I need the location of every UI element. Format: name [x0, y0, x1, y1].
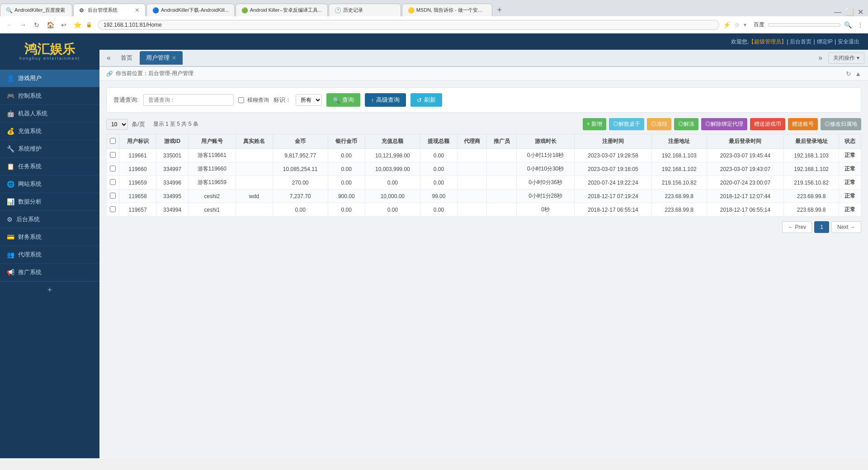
th-account: 用户账号 [189, 134, 236, 149]
add-button[interactable]: + 新增 [583, 118, 606, 130]
reload-button[interactable]: ↻ [32, 20, 42, 30]
sidebar-item-recharge[interactable]: 💰 充值系统 [0, 123, 99, 140]
more-tools-icon[interactable]: ⋮ [857, 21, 863, 28]
backend-home-link[interactable]: 后台首页 [790, 38, 811, 46]
back-button-2[interactable]: ↩ [59, 20, 69, 30]
row-checkbox[interactable] [110, 166, 116, 171]
row-checkbox-cell[interactable] [107, 176, 119, 190]
next-page-button[interactable]: Next → [831, 221, 861, 233]
close-operations-button[interactable]: 关闭操作 ▾ [828, 52, 864, 64]
row-last-login-address: 223.68.99.8 [784, 203, 839, 217]
row-checkbox[interactable] [110, 193, 116, 199]
freeze-button[interactable]: ◎冻结 [647, 118, 671, 130]
per-page-select[interactable]: 10 20 50 [106, 119, 128, 130]
tab-close-icon[interactable]: ✕ [172, 55, 176, 61]
sidebar-item-maintenance[interactable]: 🔧 系统维护 [0, 140, 99, 158]
row-coins: 7,237.70 [273, 190, 328, 203]
tab-user-management[interactable]: 用户管理 ✕ [140, 51, 183, 65]
sidebar-item-website[interactable]: 🌐 网站系统 [0, 176, 99, 193]
tab-bar: 🔍 AndroidKiller_百度搜索 ⚙ 后台管理系统 ✕ 🔵 Androi… [0, 0, 868, 16]
row-checkbox-cell[interactable] [107, 203, 119, 217]
table-body: 119661 335001 游客119661 9,817,952.77 0.00… [107, 149, 861, 217]
refresh-button[interactable]: ↺ 刷新 [410, 93, 442, 107]
close-button[interactable]: ✕ [858, 8, 863, 16]
nav-prev-arrow[interactable]: « [103, 52, 114, 64]
logout-link[interactable]: 安全退出 [838, 38, 859, 46]
minimize-button[interactable]: — [834, 8, 841, 16]
tag-select[interactable]: 所有 [296, 94, 322, 106]
tab-5[interactable]: 🕐 历史记录 [329, 4, 401, 16]
row-checkbox[interactable] [110, 152, 116, 158]
advanced-search-button[interactable]: ↑ 高级查询 [365, 93, 406, 107]
sidebar-item-label-website: 网站系统 [18, 180, 42, 188]
forward-button[interactable]: → [18, 20, 28, 30]
sidebar-item-backend[interactable]: ⚙ 后台系统 [0, 211, 99, 228]
logo-area: 鸿汇娱乐 honghuy entertainment [0, 33, 99, 70]
row-checkbox[interactable] [110, 206, 116, 212]
sidebar-item-robot[interactable]: 🤖 机器人系统 [0, 105, 99, 123]
sidebar-item-label-recharge: 充值系统 [18, 127, 42, 135]
row-user-id: 119660 [119, 162, 156, 176]
row-checkbox-cell[interactable] [107, 162, 119, 176]
star-button[interactable]: ⭐ [72, 20, 82, 30]
user-management-tab-label: 用户管理 [146, 54, 170, 62]
tab-3[interactable]: 🔵 AndroidKiller下载-AndroidKill... [146, 4, 235, 16]
tab-1[interactable]: 🔍 AndroidKiller_百度搜索 [0, 4, 72, 16]
search-icon[interactable]: 🔍 [844, 21, 852, 28]
task-icon: 📋 [7, 163, 14, 170]
back-button[interactable]: ← [5, 20, 14, 30]
row-bank-coins: 0.00 [328, 149, 365, 162]
breadcrumb-bar: 🔗 你当前位置：后台管理-用户管理 ↻ ▲ [99, 67, 868, 81]
gift-coins-button[interactable]: 赠送游戏币 [750, 118, 785, 130]
tab-4[interactable]: 🟢 Android Killer--安卓反编译工具... [236, 4, 328, 16]
sidebar-item-task[interactable]: 📋 任务系统 [0, 158, 99, 176]
sidebar-item-finance[interactable]: 💳 财务系统 [0, 228, 99, 246]
prev-page-button[interactable]: ← Prev [782, 221, 812, 233]
bind-ip-link[interactable]: 绑定IP [817, 38, 833, 46]
dissolve-table-button[interactable]: ◎解散桌子 [609, 118, 644, 130]
unfreeze-label: ◎解冻 [678, 120, 694, 128]
sidebar-item-agent[interactable]: 👥 代理系统 [0, 246, 99, 264]
sidebar-add-button[interactable]: + [0, 281, 99, 299]
normal-query-input[interactable] [143, 94, 234, 106]
search-panel: 普通查询: 模糊查询 标识： 所有 🔍 查询 ↑ [106, 87, 861, 113]
tab-2-close[interactable]: ✕ [135, 7, 140, 14]
modify-label: ◎修改归属地 [825, 120, 857, 128]
row-game-id: 335001 [156, 149, 189, 162]
sidebar: 鸿汇娱乐 honghuy entertainment 👤 游戏用户 🎮 控制系统… [0, 33, 99, 458]
row-checkbox-cell[interactable] [107, 190, 119, 203]
sidebar-item-data-analysis[interactable]: 📊 数据分析 [0, 193, 99, 211]
address-input[interactable] [98, 20, 719, 30]
fuzzy-search-checkbox[interactable] [238, 97, 244, 103]
row-checkbox[interactable] [110, 179, 116, 185]
maximize-button[interactable]: ⬜ [845, 8, 854, 16]
nav-next-arrow[interactable]: » [815, 52, 826, 64]
tab-2[interactable]: ⚙ 后台管理系统 ✕ [73, 4, 146, 16]
table-header-row: 用户标识 游戏ID 用户账号 真实姓名 金币 银行金币 充值总额 提现总额 代理… [107, 134, 861, 149]
page-1-button[interactable]: 1 [814, 221, 829, 233]
home-button[interactable]: 🏠 [45, 20, 55, 30]
sidebar-item-promotion[interactable]: 📢 推广系统 [0, 264, 99, 281]
search-input-field[interactable] [768, 23, 840, 27]
sidebar-item-game-users[interactable]: 👤 游戏用户 [0, 70, 99, 87]
tab-home[interactable]: 首页 [114, 51, 139, 65]
row-game-id: 334997 [156, 162, 189, 176]
search-button[interactable]: 🔍 查询 [326, 93, 360, 107]
unfreeze-button[interactable]: ◎解冻 [674, 118, 698, 130]
tab-6[interactable]: 🟡 MSDN, 我告诉你 - 做一个安静... [402, 4, 492, 16]
star-icon[interactable]: ☆ [734, 21, 740, 28]
unbind-agent-button[interactable]: ◎解除绑定代理 [701, 118, 747, 130]
new-tab-button[interactable]: + [493, 4, 506, 16]
panel-refresh-button[interactable]: ↻ [846, 70, 851, 77]
row-game-id: 334995 [156, 190, 189, 203]
modify-location-button[interactable]: ◎修改归属地 [821, 118, 861, 130]
row-status: 正常 [839, 162, 861, 176]
row-checkbox-cell[interactable] [107, 149, 119, 162]
row-real-name [236, 176, 273, 190]
dropdown-icon[interactable]: ▾ [744, 22, 746, 28]
finance-icon: 💳 [7, 233, 14, 241]
panel-collapse-button[interactable]: ▲ [855, 70, 861, 77]
select-all-checkbox[interactable] [110, 138, 116, 144]
sidebar-item-control[interactable]: 🎮 控制系统 [0, 87, 99, 105]
gift-account-button[interactable]: 赠送账号 [788, 118, 818, 130]
